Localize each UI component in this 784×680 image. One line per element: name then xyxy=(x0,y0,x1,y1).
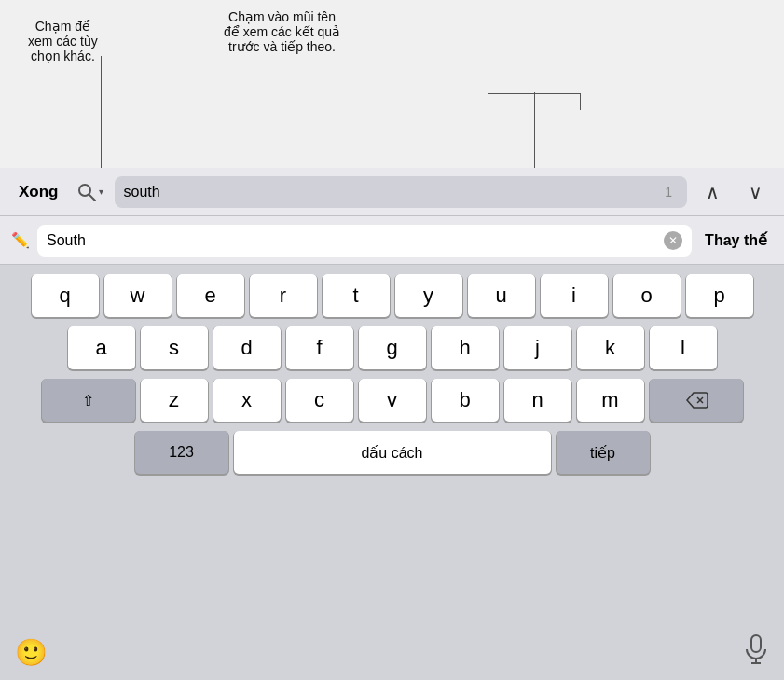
keyboard-row-3: ⇧ z x c v b n m xyxy=(4,379,780,422)
svg-line-1 xyxy=(89,195,95,201)
replace-input-container: ✕ xyxy=(37,225,692,257)
key-e[interactable]: e xyxy=(177,274,244,317)
next-result-button[interactable]: ∨ xyxy=(737,174,773,210)
delete-button[interactable] xyxy=(650,379,743,422)
key-c[interactable]: c xyxy=(286,379,353,422)
replace-input[interactable] xyxy=(47,232,664,249)
key-g[interactable]: g xyxy=(359,326,426,369)
key-f[interactable]: f xyxy=(286,326,353,369)
bottom-bar: 🙂 xyxy=(0,629,784,680)
key-a[interactable]: a xyxy=(68,326,135,369)
search-icon xyxy=(77,183,96,201)
match-count: 1 xyxy=(665,185,672,200)
space-button[interactable]: dấu cách xyxy=(234,431,551,474)
key-y[interactable]: y xyxy=(395,274,462,317)
key-m[interactable]: m xyxy=(577,379,644,422)
key-h[interactable]: h xyxy=(432,326,499,369)
shift-button[interactable]: ⇧ xyxy=(42,379,135,422)
key-i[interactable]: i xyxy=(541,274,608,317)
key-q[interactable]: q xyxy=(32,274,99,317)
key-t[interactable]: t xyxy=(323,274,390,317)
key-b[interactable]: b xyxy=(432,379,499,422)
replace-button[interactable]: Thay thế xyxy=(699,228,773,253)
bracket-nav xyxy=(488,93,581,110)
key-n[interactable]: n xyxy=(504,379,571,422)
key-l[interactable]: l xyxy=(650,326,717,369)
svg-point-0 xyxy=(79,185,90,196)
replace-bar: ✏️ ✕ Thay thế xyxy=(0,216,784,265)
search-icon-button[interactable]: ▾ xyxy=(74,181,107,203)
key-d[interactable]: d xyxy=(213,326,281,369)
bracket-line xyxy=(534,92,535,176)
key-p[interactable]: p xyxy=(686,274,753,317)
svg-rect-4 xyxy=(751,635,761,652)
key-z[interactable]: z xyxy=(141,379,208,422)
done-button[interactable]: Xong xyxy=(11,179,66,205)
pencil-icon: ✏️ xyxy=(11,231,30,249)
key-v[interactable]: v xyxy=(359,379,426,422)
key-x[interactable]: x xyxy=(213,379,281,422)
annotation-line-left xyxy=(101,56,102,175)
key-o[interactable]: o xyxy=(613,274,681,317)
annotation-top-left: Chạm để xem các tùy chọn khác. xyxy=(28,19,98,63)
key-r[interactable]: r xyxy=(250,274,317,317)
prev-result-button[interactable]: ∧ xyxy=(695,174,730,210)
search-input[interactable] xyxy=(124,184,666,201)
keyboard-row-4: 123 dấu cách tiếp xyxy=(4,431,780,474)
keyboard-row-1: q w e r t y u i o p xyxy=(4,274,780,317)
search-input-container: 1 xyxy=(115,176,688,208)
clear-replace-button[interactable]: ✕ xyxy=(664,231,682,250)
mic-button[interactable] xyxy=(743,634,769,671)
find-bar: Xong ▾ 1 ∧ ∨ xyxy=(0,168,784,216)
next-button[interactable]: tiếp xyxy=(557,431,650,474)
key-k[interactable]: k xyxy=(577,326,644,369)
annotation-top-center: Chạm vào mũi tên để xem các kết quả trướ… xyxy=(224,9,340,54)
emoji-button[interactable]: 🙂 xyxy=(15,637,48,668)
key-s[interactable]: s xyxy=(141,326,208,369)
key-u[interactable]: u xyxy=(468,274,535,317)
keyboard-area: q w e r t y u i o p a s d f g h j k l ⇧ … xyxy=(0,265,784,680)
chevron-down-icon: ▾ xyxy=(99,187,103,197)
key-j[interactable]: j xyxy=(504,326,571,369)
num-button[interactable]: 123 xyxy=(135,431,228,474)
keyboard-row-2: a s d f g h j k l xyxy=(4,326,780,369)
key-w[interactable]: w xyxy=(104,274,172,317)
